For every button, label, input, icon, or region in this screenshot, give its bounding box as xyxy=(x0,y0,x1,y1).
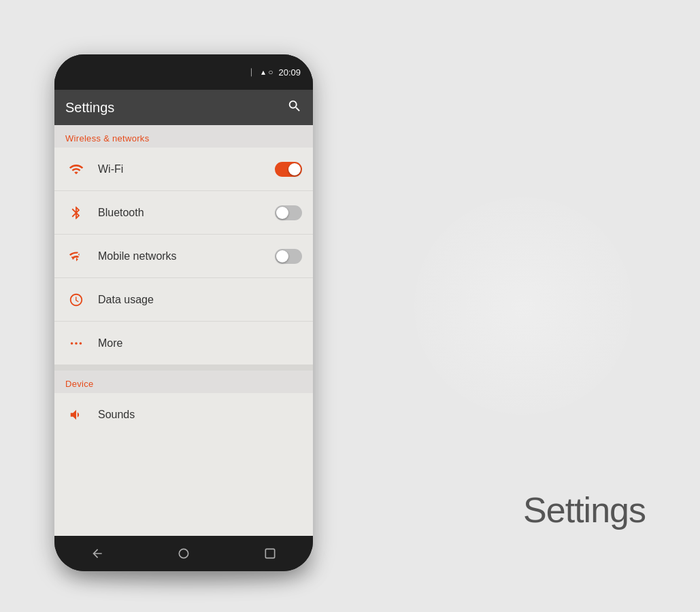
recents-button[interactable] xyxy=(256,540,284,567)
svg-point-2 xyxy=(80,342,82,345)
signal-icon: ⎸ xyxy=(251,67,259,77)
more-label: More xyxy=(98,337,302,350)
settings-list: Wireless & networks Wi-Fi xyxy=(54,125,313,536)
search-button[interactable] xyxy=(287,99,302,117)
app-header: Settings xyxy=(54,90,313,125)
svg-rect-4 xyxy=(265,549,274,558)
settings-item-bluetooth[interactable]: Bluetooth xyxy=(54,191,313,235)
sounds-icon xyxy=(65,407,87,422)
bluetooth-toggle-thumb xyxy=(276,207,288,219)
status-bar-icons: ⎸ ▴ ○ 20:09 xyxy=(251,67,301,78)
data-usage-label: Data usage xyxy=(98,294,302,306)
settings-item-mobile-networks[interactable]: Mobile networks xyxy=(54,235,313,278)
phone-nav-bar xyxy=(54,536,313,571)
page-title: Settings xyxy=(523,490,646,530)
wifi-toggle-thumb xyxy=(288,163,301,175)
mobile-networks-toggle[interactable] xyxy=(275,249,302,264)
back-button[interactable] xyxy=(84,540,111,567)
sounds-label: Sounds xyxy=(98,409,302,421)
status-time: 20:09 xyxy=(278,67,301,78)
settings-item-data-usage[interactable]: Data usage xyxy=(54,278,313,322)
settings-item-sounds[interactable]: Sounds xyxy=(54,393,313,437)
more-icon xyxy=(65,336,87,351)
phone-wrapper: ⎸ ▴ ○ 20:09 Settings Wireless & netwo xyxy=(54,54,313,571)
bluetooth-toggle[interactable] xyxy=(275,205,302,220)
mobile-networks-icon xyxy=(65,249,87,264)
status-bar: ⎸ ▴ ○ 20:09 xyxy=(54,54,313,90)
data-usage-icon xyxy=(65,292,87,307)
svg-point-1 xyxy=(75,342,78,345)
wifi-toggle[interactable] xyxy=(275,162,302,177)
section-header-wireless: Wireless & networks xyxy=(54,125,313,148)
svg-point-0 xyxy=(71,342,73,345)
mobile-networks-toggle-thumb xyxy=(276,250,288,262)
bluetooth-label: Bluetooth xyxy=(98,207,275,219)
battery-icon: ○ xyxy=(268,67,273,77)
settings-item-more[interactable]: More xyxy=(54,322,313,365)
phone-screen: Settings Wireless & networks xyxy=(54,90,313,536)
app-title: Settings xyxy=(65,100,114,116)
wifi-label: Wi-Fi xyxy=(98,163,275,175)
section-divider xyxy=(54,365,313,371)
background-decoration xyxy=(414,197,632,415)
phone-body: ⎸ ▴ ○ 20:09 Settings Wireless & netwo xyxy=(54,54,313,571)
section-header-device: Device xyxy=(54,371,313,393)
bluetooth-icon xyxy=(65,205,87,220)
settings-item-wifi[interactable]: Wi-Fi xyxy=(54,148,313,191)
mobile-networks-label: Mobile networks xyxy=(98,250,275,262)
wifi-icon xyxy=(65,162,87,177)
network-icon: ▴ xyxy=(261,67,265,77)
svg-point-3 xyxy=(179,549,188,558)
home-button[interactable] xyxy=(170,540,197,567)
